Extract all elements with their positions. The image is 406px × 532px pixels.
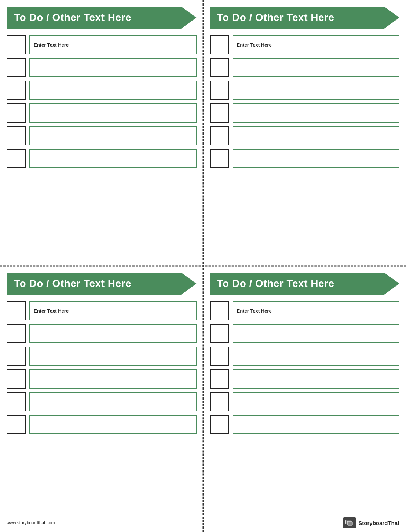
row-text: Enter Text Here — [34, 42, 69, 48]
checkbox-cell[interactable] — [7, 301, 26, 320]
list-row — [210, 58, 400, 77]
text-cell[interactable] — [29, 103, 197, 123]
text-cell[interactable] — [233, 347, 400, 366]
checkbox-cell[interactable] — [210, 415, 229, 434]
checkbox-cell[interactable] — [210, 103, 229, 123]
row-text: Enter Text Here — [237, 308, 272, 314]
list-row — [210, 324, 400, 343]
list-row — [7, 392, 197, 411]
list-row — [7, 149, 197, 168]
banner-top-right-text: To Do / Other Text Here — [217, 12, 334, 23]
text-cell[interactable]: Enter Text Here — [233, 301, 400, 320]
banner-top-right: To Do / Other Text Here — [210, 7, 400, 29]
list-row: Enter Text Here — [7, 301, 197, 320]
text-cell[interactable] — [233, 103, 400, 123]
text-cell[interactable]: Enter Text Here — [29, 301, 197, 320]
text-cell[interactable] — [233, 126, 400, 145]
quadrant-top-left: To Do / Other Text Here Enter Text Here — [0, 0, 203, 266]
banner-bottom-right: To Do / Other Text Here — [210, 273, 400, 295]
checkbox-cell[interactable] — [7, 324, 26, 343]
checkbox-cell[interactable] — [210, 324, 229, 343]
text-cell[interactable] — [233, 324, 400, 343]
svg-rect-1 — [347, 521, 352, 525]
list-row — [210, 126, 400, 145]
list-rows-top-left: Enter Text Here — [7, 35, 197, 259]
text-cell[interactable] — [29, 392, 197, 411]
banner-top-left-text: To Do / Other Text Here — [14, 12, 131, 23]
checkbox-cell[interactable] — [7, 369, 26, 389]
text-cell[interactable] — [29, 415, 197, 434]
list-row — [210, 369, 400, 389]
checkbox-cell[interactable] — [7, 103, 26, 123]
quadrant-top-right: To Do / Other Text Here Enter Text Here — [203, 0, 406, 266]
quadrant-bottom-right: To Do / Other Text Here Enter Text Here — [203, 266, 406, 532]
page: To Do / Other Text Here Enter Text Here — [0, 0, 406, 532]
list-row — [7, 103, 197, 123]
text-cell[interactable] — [29, 58, 197, 77]
checkbox-cell[interactable] — [7, 35, 26, 54]
checkbox-cell[interactable] — [210, 81, 229, 100]
list-row — [7, 58, 197, 77]
list-rows-bottom-left: Enter Text Here — [7, 301, 197, 525]
list-row — [210, 392, 400, 411]
checkbox-cell[interactable] — [7, 392, 26, 411]
list-row — [210, 103, 400, 123]
text-cell[interactable] — [29, 149, 197, 168]
list-row: Enter Text Here — [210, 301, 400, 320]
list-row — [7, 347, 197, 366]
footer: www.storyboardthat.com StoryboardThat — [0, 517, 406, 528]
checkbox-cell[interactable] — [210, 347, 229, 366]
text-cell[interactable] — [233, 81, 400, 100]
row-text: Enter Text Here — [237, 42, 272, 48]
text-cell[interactable] — [233, 58, 400, 77]
text-cell[interactable] — [233, 149, 400, 168]
list-rows-bottom-right: Enter Text Here — [210, 301, 400, 525]
list-row — [7, 324, 197, 343]
text-cell[interactable]: Enter Text Here — [233, 35, 400, 54]
list-row — [7, 369, 197, 389]
brand-name: StoryboardThat — [358, 520, 399, 526]
text-cell[interactable] — [233, 369, 400, 389]
text-cell[interactable] — [29, 81, 197, 100]
text-cell[interactable] — [29, 369, 197, 389]
checkbox-cell[interactable] — [210, 126, 229, 145]
list-row — [7, 81, 197, 100]
footer-url: www.storyboardthat.com — [7, 520, 55, 525]
text-cell[interactable] — [233, 392, 400, 411]
text-cell[interactable] — [29, 347, 197, 366]
list-row — [210, 347, 400, 366]
list-row — [7, 126, 197, 145]
checkbox-cell[interactable] — [7, 149, 26, 168]
banner-bottom-left-text: To Do / Other Text Here — [14, 278, 131, 289]
list-row: Enter Text Here — [210, 35, 400, 54]
banner-bottom-left: To Do / Other Text Here — [7, 273, 197, 295]
list-row — [210, 149, 400, 168]
brand-icon — [343, 517, 356, 528]
text-cell[interactable] — [29, 324, 197, 343]
checkbox-cell[interactable] — [210, 149, 229, 168]
checkbox-cell[interactable] — [210, 58, 229, 77]
text-cell[interactable] — [233, 415, 400, 434]
text-cell[interactable]: Enter Text Here — [29, 35, 197, 54]
checkbox-cell[interactable] — [7, 347, 26, 366]
banner-top-left: To Do / Other Text Here — [7, 7, 197, 29]
text-cell[interactable] — [29, 126, 197, 145]
horizontal-divider — [0, 266, 406, 267]
list-rows-top-right: Enter Text Here — [210, 35, 400, 259]
quadrant-bottom-left: To Do / Other Text Here Enter Text Here — [0, 266, 203, 532]
checkbox-cell[interactable] — [7, 126, 26, 145]
checkbox-cell[interactable] — [210, 392, 229, 411]
checkbox-cell[interactable] — [210, 301, 229, 320]
list-row — [7, 415, 197, 434]
checkbox-cell[interactable] — [7, 58, 26, 77]
checkbox-cell[interactable] — [7, 81, 26, 100]
banner-bottom-right-text: To Do / Other Text Here — [217, 278, 334, 289]
footer-brand: StoryboardThat — [343, 517, 399, 528]
checkbox-cell[interactable] — [210, 35, 229, 54]
row-text: Enter Text Here — [34, 308, 69, 314]
list-row — [210, 81, 400, 100]
checkbox-cell[interactable] — [7, 415, 26, 434]
list-row — [210, 415, 400, 434]
checkbox-cell[interactable] — [210, 369, 229, 389]
list-row: Enter Text Here — [7, 35, 197, 54]
